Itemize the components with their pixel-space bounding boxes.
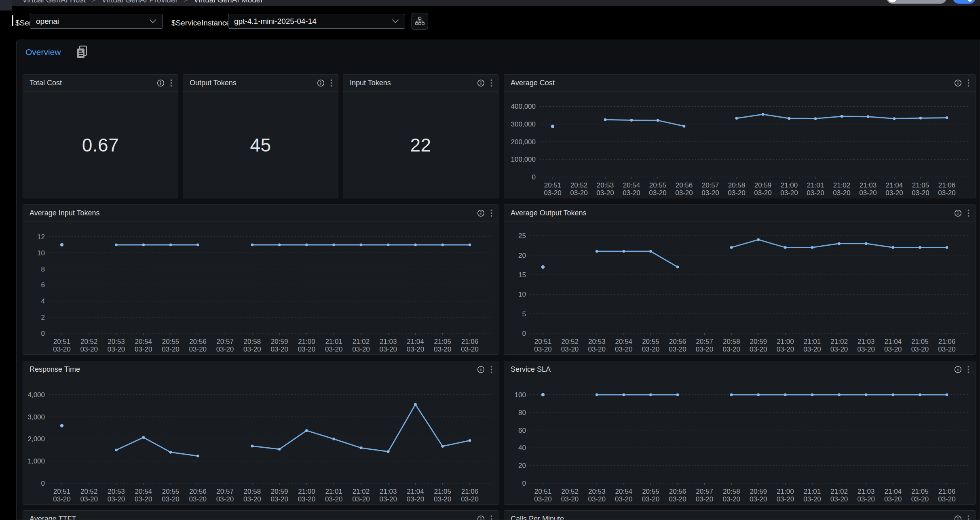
svg-text:03-20: 03-20	[379, 495, 397, 503]
panel-response-time: Response Time 01,0002,0003,0004,00020:51…	[23, 361, 498, 505]
panel-menu-icon[interactable]	[967, 515, 969, 520]
svg-text:20:51: 20:51	[534, 338, 552, 345]
svg-text:21:04: 21:04	[407, 338, 424, 345]
info-icon[interactable]	[317, 79, 325, 87]
info-icon[interactable]	[954, 366, 962, 373]
panel-header: Average Output Tokens	[504, 205, 975, 222]
topbar-blue-button[interactable]	[953, 0, 976, 4]
svg-text:0: 0	[41, 330, 45, 337]
chevron-down-icon	[392, 19, 399, 23]
svg-text:6: 6	[41, 281, 45, 289]
svg-text:21:04: 21:04	[885, 338, 902, 345]
svg-text:03-20: 03-20	[938, 189, 955, 197]
svg-text:03-20: 03-20	[461, 345, 478, 353]
info-icon[interactable]	[477, 515, 485, 520]
svg-text:03-20: 03-20	[642, 495, 659, 503]
panel-menu-icon[interactable]	[330, 79, 332, 87]
panel-title: Average Cost	[511, 79, 954, 87]
svg-text:03-20: 03-20	[243, 345, 261, 353]
svg-text:20:56: 20:56	[189, 338, 207, 345]
toggle-knob	[888, 0, 897, 2]
info-icon[interactable]	[477, 209, 485, 217]
info-icon[interactable]	[954, 79, 962, 87]
panel-menu-icon[interactable]	[490, 79, 492, 87]
average-input-tokens-chart[interactable]: 02468101220:5103-2020:5203-2020:5303-202…	[23, 222, 498, 354]
svg-text:03-20: 03-20	[912, 189, 929, 197]
panel-title: Service SLA	[511, 365, 954, 374]
svg-text:20:55: 20:55	[162, 488, 180, 495]
svg-text:60: 60	[518, 427, 526, 434]
info-icon[interactable]	[477, 366, 485, 373]
chevron-down-icon	[149, 19, 156, 23]
dependency-map-button[interactable]	[412, 13, 428, 29]
average-output-tokens-chart[interactable]: 051015202520:5103-2020:5203-2020:5303-20…	[504, 222, 975, 354]
panel-title: Total Cost	[30, 79, 157, 87]
panel-average-ttft: Average TTFT	[23, 510, 498, 520]
service-dropdown[interactable]: openai	[30, 14, 163, 29]
service-sla-chart[interactable]: 02040608010020:5103-2020:5203-2020:5303-…	[504, 379, 975, 504]
panel-header: Response Time	[23, 361, 498, 378]
svg-text:03-20: 03-20	[857, 495, 874, 503]
panel-menu-icon[interactable]	[967, 209, 969, 217]
top-nav-bar: Virtual GenAI Host>Virtual GenAI Provide…	[0, 0, 980, 6]
svg-text:03-20: 03-20	[162, 345, 179, 353]
info-icon[interactable]	[157, 79, 165, 87]
svg-text:20:51: 20:51	[53, 488, 71, 495]
instance-variable-label: $ServiceInstance	[171, 6, 230, 40]
svg-text:21:01: 21:01	[804, 488, 821, 495]
average-cost-chart[interactable]: 0100,000200,000300,000400,00020:5103-202…	[504, 92, 975, 198]
info-icon[interactable]	[954, 515, 962, 520]
svg-text:3,000: 3,000	[27, 413, 45, 421]
svg-text:03-20: 03-20	[696, 345, 713, 353]
svg-text:03-20: 03-20	[135, 345, 152, 353]
panel-menu-icon[interactable]	[490, 366, 492, 373]
info-icon[interactable]	[477, 79, 485, 87]
svg-text:20:58: 20:58	[723, 338, 740, 345]
total-cost-value: 0.67	[82, 134, 119, 156]
svg-text:15: 15	[518, 271, 526, 279]
svg-text:21:05: 21:05	[911, 338, 929, 345]
svg-text:03-20: 03-20	[938, 345, 955, 353]
svg-text:0: 0	[532, 173, 536, 181]
svg-text:03-20: 03-20	[243, 495, 261, 503]
topbar-toggle-pill[interactable]	[887, 0, 946, 4]
breadcrumb-item-provider[interactable]: Virtual GenAI Provider	[101, 0, 178, 4]
output-tokens-value: 45	[250, 134, 271, 156]
panel-title: Average TTFT	[30, 515, 477, 520]
info-icon[interactable]	[954, 209, 962, 217]
svg-text:03-20: 03-20	[830, 495, 848, 503]
tab-overview[interactable]: Overview	[25, 47, 61, 57]
panel-menu-icon[interactable]	[170, 79, 172, 87]
svg-text:20:52: 20:52	[570, 181, 588, 189]
svg-text:21:03: 21:03	[858, 338, 875, 345]
svg-text:03-20: 03-20	[570, 189, 587, 197]
svg-text:21:00: 21:00	[298, 338, 315, 345]
panel-header: Average Cost	[504, 75, 975, 92]
svg-text:03-20: 03-20	[911, 345, 929, 353]
panel-header: Average TTFT	[23, 511, 498, 520]
svg-text:21:01: 21:01	[804, 338, 821, 345]
svg-text:0: 0	[41, 480, 45, 487]
breadcrumb-separator: >	[184, 0, 188, 4]
svg-text:03-20: 03-20	[588, 345, 605, 353]
svg-text:21:04: 21:04	[886, 181, 903, 189]
svg-text:21:05: 21:05	[434, 338, 451, 345]
svg-text:4: 4	[41, 297, 45, 305]
svg-text:03-20: 03-20	[642, 345, 659, 353]
panel-menu-icon[interactable]	[967, 366, 969, 373]
svg-text:03-20: 03-20	[750, 495, 767, 503]
panel-menu-icon[interactable]	[967, 79, 969, 87]
svg-text:03-20: 03-20	[938, 495, 955, 503]
svg-text:03-20: 03-20	[588, 495, 605, 503]
svg-text:21:02: 21:02	[830, 488, 848, 495]
panel-title: Average Input Tokens	[30, 209, 477, 217]
panel-menu-icon[interactable]	[490, 515, 492, 520]
service-instance-dropdown[interactable]: gpt-4.1-mini-2025-04-14	[228, 14, 405, 29]
svg-text:03-20: 03-20	[298, 495, 315, 503]
svg-text:21:05: 21:05	[911, 488, 929, 495]
response-time-chart[interactable]: 01,0002,0003,0004,00020:5103-2020:5203-2…	[23, 379, 498, 504]
report-copy-icon[interactable]	[76, 45, 89, 60]
breadcrumb-item-host[interactable]: Virtual GenAI Host	[22, 0, 86, 4]
panel-menu-icon[interactable]	[490, 209, 492, 217]
svg-text:20:58: 20:58	[244, 338, 261, 345]
